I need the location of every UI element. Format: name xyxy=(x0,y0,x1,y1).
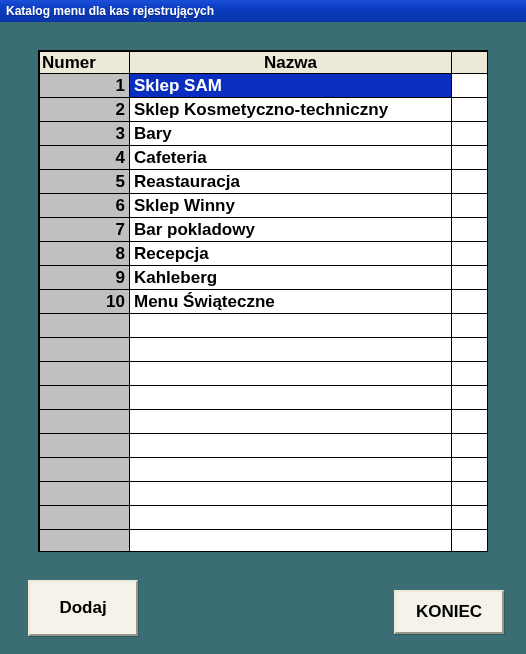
cell-number[interactable] xyxy=(40,386,130,410)
cell-spacer xyxy=(452,338,488,362)
cell-number[interactable]: 7 xyxy=(40,218,130,242)
window-body: Numer Nazwa 1Sklep SAM2Sklep Kosmetyczno… xyxy=(0,22,526,654)
cell-number[interactable] xyxy=(40,314,130,338)
cell-number[interactable]: 1 xyxy=(40,74,130,98)
cell-number[interactable] xyxy=(40,338,130,362)
cell-name[interactable] xyxy=(130,362,452,386)
column-header-number[interactable]: Numer xyxy=(40,52,130,74)
cell-spacer xyxy=(452,530,488,553)
cell-name[interactable] xyxy=(130,482,452,506)
cell-number[interactable]: 9 xyxy=(40,266,130,290)
cell-spacer xyxy=(452,266,488,290)
cell-spacer xyxy=(452,434,488,458)
table-row[interactable]: 1Sklep SAM xyxy=(40,74,488,98)
cell-name[interactable]: Cafeteria xyxy=(130,146,452,170)
cell-number[interactable] xyxy=(40,434,130,458)
table-row[interactable] xyxy=(40,482,488,506)
cell-spacer xyxy=(452,458,488,482)
table-row[interactable]: 8Recepcja xyxy=(40,242,488,266)
cell-spacer xyxy=(452,146,488,170)
cell-spacer xyxy=(452,98,488,122)
table-row[interactable]: 7Bar pokladowy xyxy=(40,218,488,242)
cell-name[interactable]: Recepcja xyxy=(130,242,452,266)
cell-spacer xyxy=(452,122,488,146)
table-header-row: Numer Nazwa xyxy=(40,52,488,74)
cell-spacer xyxy=(452,242,488,266)
close-button[interactable]: KONIEC xyxy=(394,590,504,634)
cell-name[interactable] xyxy=(130,506,452,530)
cell-number[interactable] xyxy=(40,482,130,506)
table-row[interactable]: 9Kahleberg xyxy=(40,266,488,290)
table-row[interactable]: 2Sklep Kosmetyczno-techniczny xyxy=(40,98,488,122)
table-row[interactable]: 5Reastauracja xyxy=(40,170,488,194)
cell-spacer xyxy=(452,74,488,98)
table-row[interactable]: 6Sklep Winny xyxy=(40,194,488,218)
catalog-table-container: Numer Nazwa 1Sklep SAM2Sklep Kosmetyczno… xyxy=(38,50,488,552)
cell-number[interactable] xyxy=(40,506,130,530)
cell-number[interactable] xyxy=(40,530,130,553)
cell-name[interactable]: Reastauracja xyxy=(130,170,452,194)
cell-name[interactable] xyxy=(130,434,452,458)
cell-name[interactable]: Bar pokladowy xyxy=(130,218,452,242)
column-header-spacer xyxy=(452,52,488,74)
cell-spacer xyxy=(452,410,488,434)
table-row[interactable] xyxy=(40,362,488,386)
cell-name[interactable] xyxy=(130,386,452,410)
cell-spacer xyxy=(452,386,488,410)
cell-spacer xyxy=(452,290,488,314)
table-row[interactable] xyxy=(40,314,488,338)
cell-spacer xyxy=(452,314,488,338)
cell-name[interactable] xyxy=(130,338,452,362)
cell-number[interactable]: 6 xyxy=(40,194,130,218)
cell-name[interactable]: Bary xyxy=(130,122,452,146)
table-row[interactable] xyxy=(40,338,488,362)
table-row[interactable] xyxy=(40,530,488,553)
table-row[interactable]: 10Menu Świąteczne xyxy=(40,290,488,314)
cell-number[interactable]: 3 xyxy=(40,122,130,146)
cell-number[interactable]: 5 xyxy=(40,170,130,194)
cell-spacer xyxy=(452,170,488,194)
cell-spacer xyxy=(452,362,488,386)
table-row[interactable] xyxy=(40,458,488,482)
cell-name[interactable] xyxy=(130,458,452,482)
cell-name[interactable]: Menu Świąteczne xyxy=(130,290,452,314)
cell-name[interactable] xyxy=(130,530,452,553)
cell-name[interactable]: Sklep SAM xyxy=(130,74,452,98)
catalog-table[interactable]: Numer Nazwa 1Sklep SAM2Sklep Kosmetyczno… xyxy=(39,51,488,552)
table-row[interactable] xyxy=(40,386,488,410)
cell-number[interactable] xyxy=(40,362,130,386)
window-title: Katalog menu dla kas rejestrujących xyxy=(6,4,214,18)
cell-spacer xyxy=(452,194,488,218)
column-header-name[interactable]: Nazwa xyxy=(130,52,452,74)
cell-number[interactable] xyxy=(40,458,130,482)
table-row[interactable]: 4Cafeteria xyxy=(40,146,488,170)
window-titlebar: Katalog menu dla kas rejestrujących xyxy=(0,0,526,22)
cell-number[interactable]: 4 xyxy=(40,146,130,170)
cell-number[interactable]: 8 xyxy=(40,242,130,266)
table-row[interactable] xyxy=(40,506,488,530)
cell-name[interactable]: Sklep Kosmetyczno-techniczny xyxy=(130,98,452,122)
add-button[interactable]: Dodaj xyxy=(28,580,138,636)
cell-spacer xyxy=(452,482,488,506)
button-row: Dodaj KONIEC xyxy=(28,580,504,636)
cell-name[interactable]: Sklep Winny xyxy=(130,194,452,218)
cell-spacer xyxy=(452,218,488,242)
cell-number[interactable]: 10 xyxy=(40,290,130,314)
cell-name[interactable]: Kahleberg xyxy=(130,266,452,290)
table-row[interactable]: 3Bary xyxy=(40,122,488,146)
table-row[interactable] xyxy=(40,410,488,434)
cell-name[interactable] xyxy=(130,410,452,434)
table-row[interactable] xyxy=(40,434,488,458)
cell-name[interactable] xyxy=(130,314,452,338)
cell-number[interactable]: 2 xyxy=(40,98,130,122)
cell-spacer xyxy=(452,506,488,530)
cell-number[interactable] xyxy=(40,410,130,434)
